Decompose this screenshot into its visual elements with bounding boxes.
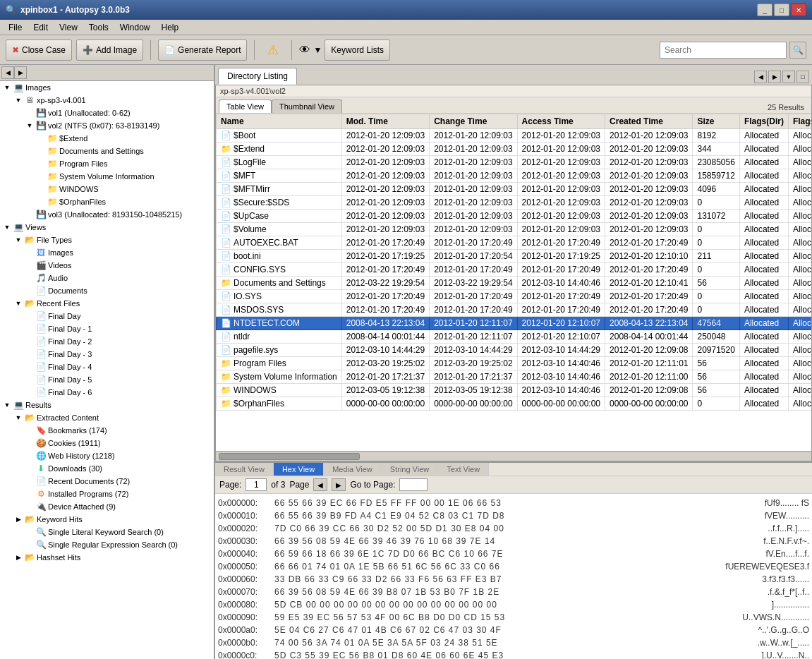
table-row[interactable]: 📁$Extend 2012-01-20 12:09:03 2012-01-20 … [217,143,812,156]
close-button[interactable]: ✕ [791,4,806,16]
table-row[interactable]: 📄$Secure:$SDS 2012-01-20 12:09:03 2012-0… [217,196,812,210]
tree-item-singleregex[interactable]: 🔍Single Regular Expression Search (0) [0,538,214,551]
tree-item-recentdocs[interactable]: 📄Recent Documents (72) [0,475,214,488]
table-row[interactable]: 📄ntldr 2008-04-14 00:01:44 2012-01-20 12… [217,330,812,344]
hex-goto-input[interactable] [399,478,428,491]
sub-tab-thumbnail[interactable]: Thumbnail View [272,99,342,113]
col-change-time[interactable]: Change Time [430,114,517,129]
menu-edit[interactable]: Edit [28,21,54,34]
table-row[interactable]: 📄boot.ini 2012-01-20 17:19:25 2012-01-20… [217,250,812,263]
col-access-time[interactable]: Access Time [517,114,605,129]
tree-item-finalday1[interactable]: 📄Final Day - 1 [0,322,214,335]
table-row[interactable]: 📄$MFTMirr 2012-01-20 12:09:03 2012-01-20… [217,183,812,196]
tab-nav-next[interactable]: ▶ [768,71,781,83]
tree-item-singleliteral[interactable]: 🔍Single Literal Keyword Search (0) [0,526,214,538]
tree-item-results[interactable]: ▼💻Results [0,399,214,411]
col-flags[interactable]: Flags [788,114,811,129]
menu-window[interactable]: Window [114,21,156,34]
table-row[interactable]: 📄NTDETECT.COM 2008-04-13 22:13:04 2012-0… [217,317,812,330]
tree-item-finalday5[interactable]: 📄Final Day - 5 [0,373,214,386]
bottom-tab-hex[interactable]: Hex View [274,463,324,476]
bottom-tab-string[interactable]: String View [382,463,438,476]
tree-item-audio-ft[interactable]: 🎵Audio [0,272,214,284]
maximize-button[interactable]: □ [774,4,789,16]
tree-item-bookmarks[interactable]: 🔖Bookmarks (174) [0,424,214,437]
table-row[interactable]: 📄AUTOEXEC.BAT 2012-01-20 17:20:49 2012-0… [217,236,812,250]
tree-item-finalday3[interactable]: 📄Final Day - 3 [0,348,214,361]
tree-item-finalday4[interactable]: 📄Final Day - 4 [0,361,214,373]
col-mod-time[interactable]: Mod. Time [341,114,429,129]
tree-item-xp-sp3[interactable]: ▼🖥xp-sp3-v4.001 [0,94,214,107]
table-row[interactable]: 📁System Volume Information 2012-01-20 17… [217,370,812,384]
table-row[interactable]: 📁Documents and Settings 2012-03-22 19:29… [217,277,812,290]
keyword-lists-button[interactable]: Keyword Lists [325,40,390,61]
col-flags-dir[interactable]: Flags(Dir) [739,114,788,129]
tree-item-webhist[interactable]: 🌐Web History (1218) [0,449,214,462]
tree-item-vol1[interactable]: 💾vol1 (Unallocated: 0-62) [0,107,214,119]
hex-prev-button[interactable]: ◀ [313,478,327,491]
table-row[interactable]: 📄CONFIG.SYS 2012-01-20 17:20:49 2012-01-… [217,263,812,277]
tree-item-images[interactable]: ▼💻Images [0,81,214,94]
back-button[interactable]: ◀ [1,66,14,79]
window-controls[interactable]: _ □ ✕ [757,4,806,16]
table-row[interactable]: 📄pagefile.sys 2012-03-10 14:44:29 2012-0… [217,344,812,357]
menu-help[interactable]: Help [156,21,185,34]
tree-item-downloads[interactable]: ⬇Downloads (30) [0,462,214,475]
table-row[interactable]: 📁WINDOWS 2012-03-05 19:12:38 2012-03-05 … [217,384,812,397]
search-input[interactable] [660,42,787,59]
bottom-tab-result[interactable]: Result View [215,463,274,476]
tab-nav-scroll[interactable]: ▼ [782,71,795,83]
tree-item-cookies[interactable]: 🍪Cookies (1911) [0,437,214,449]
tree-item-views[interactable]: ▼💻Views [0,221,214,234]
menu-tools[interactable]: Tools [83,21,114,34]
horizontal-scroll[interactable] [216,451,811,461]
table-row[interactable]: 📄$Volume 2012-01-20 12:09:03 2012-01-20 … [217,223,812,236]
tree-item-finalday2[interactable]: 📄Final Day - 2 [0,335,214,348]
table-row[interactable]: 📁Program Files 2012-03-20 19:25:02 2012-… [217,357,812,370]
tree-item-docset[interactable]: 📁Documents and Settings [0,145,214,157]
menu-file[interactable]: File [3,21,28,34]
generate-report-button[interactable]: 📄 Generate Report [158,40,247,61]
tree-item-videos-ft[interactable]: 🎬Videos [0,259,214,272]
tree-item-images-ft[interactable]: 🖼Images [0,246,214,259]
tree-item-finalday[interactable]: 📄Final Day [0,310,214,322]
table-row[interactable]: 📄$UpCase 2012-01-20 12:09:03 2012-01-20 … [217,210,812,223]
close-case-button[interactable]: ✖ Close Case [6,40,72,61]
tab-nav-restore[interactable]: □ [796,71,809,83]
col-created-time[interactable]: Created Time [605,114,693,129]
table-row[interactable]: 📄$LogFile 2012-01-20 12:09:03 2012-01-20… [217,156,812,169]
col-name[interactable]: Name [217,114,342,129]
table-row[interactable]: 📄$Boot 2012-01-20 12:09:03 2012-01-20 12… [217,129,812,143]
tree-item-orphan[interactable]: 📁$OrphanFiles [0,195,214,208]
search-button[interactable]: 🔍 [789,42,806,59]
table-row[interactable]: 📄IO.SYS 2012-01-20 17:20:49 2012-01-20 1… [217,290,812,303]
add-image-button[interactable]: ➕ Add Image [76,40,143,61]
tree-item-hashset[interactable]: ▶📂Hashset Hits [0,551,214,564]
table-row[interactable]: 📄MSDOS.SYS 2012-01-20 17:20:49 2012-01-2… [217,303,812,317]
forward-button[interactable]: ▶ [14,66,27,79]
table-row[interactable]: 📁$OrphanFiles 0000-00-00 00:00:00 0000-0… [217,397,812,411]
tree-item-vol3[interactable]: 💾vol3 (Unallocated: 8193150-10485215) [0,208,214,221]
tree-item-progfiles[interactable]: 📁Program Files [0,157,214,170]
hex-next-button[interactable]: ▶ [332,478,346,491]
table-row[interactable]: 📄$MFT 2012-01-20 12:09:03 2012-01-20 12:… [217,169,812,183]
tree-item-sysvolinfo[interactable]: 📁System Volume Information [0,170,214,183]
tree-item-vol2[interactable]: ▼💾vol2 (NTFS (0x07): 63-8193149) [0,119,214,132]
tab-directory-listing[interactable]: Directory Listing [218,68,297,85]
bottom-tab-media[interactable]: Media View [324,463,382,476]
col-size[interactable]: Size [693,114,739,129]
tree-item-windows[interactable]: 📁WINDOWS [0,183,214,195]
tree-item-deviceattached[interactable]: 🔌Device Attached (9) [0,500,214,513]
tree-item-finalday6[interactable]: 📄Final Day - 6 [0,386,214,399]
tree-item-keywordhits[interactable]: ▶📂Keyword Hits [0,513,214,526]
sub-tab-table[interactable]: Table View [219,99,272,113]
hex-page-input[interactable] [246,478,267,491]
tree-item-installedprog[interactable]: ⚙Installed Programs (72) [0,488,214,500]
tree-item-extend[interactable]: 📁$Extend [0,132,214,145]
file-table-container[interactable]: Name Mod. Time Change Time Access Time C… [216,114,811,451]
menu-view[interactable]: View [54,21,83,34]
bottom-tab-text[interactable]: Text View [438,463,489,476]
tree-item-docs-ft[interactable]: 📄Documents [0,284,214,297]
tab-nav-prev[interactable]: ◀ [754,71,767,83]
tree-item-extracted[interactable]: ▼📂Extracted Content [0,411,214,424]
